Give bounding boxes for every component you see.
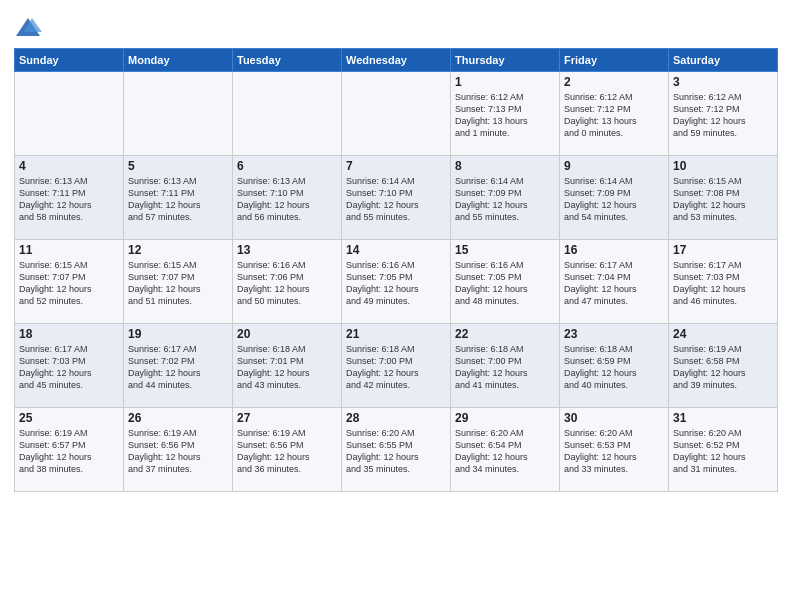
header-day: Friday [560, 49, 669, 72]
calendar-cell: 23Sunrise: 6:18 AM Sunset: 6:59 PM Dayli… [560, 324, 669, 408]
calendar-cell [233, 72, 342, 156]
calendar-table: SundayMondayTuesdayWednesdayThursdayFrid… [14, 48, 778, 492]
header-day: Sunday [15, 49, 124, 72]
day-number: 19 [128, 327, 228, 341]
calendar-week-row: 25Sunrise: 6:19 AM Sunset: 6:57 PM Dayli… [15, 408, 778, 492]
day-number: 11 [19, 243, 119, 257]
cell-content: Sunrise: 6:13 AM Sunset: 7:11 PM Dayligh… [128, 175, 228, 224]
calendar-cell: 1Sunrise: 6:12 AM Sunset: 7:13 PM Daylig… [451, 72, 560, 156]
calendar-cell: 28Sunrise: 6:20 AM Sunset: 6:55 PM Dayli… [342, 408, 451, 492]
calendar-cell: 10Sunrise: 6:15 AM Sunset: 7:08 PM Dayli… [669, 156, 778, 240]
day-number: 12 [128, 243, 228, 257]
cell-content: Sunrise: 6:15 AM Sunset: 7:07 PM Dayligh… [19, 259, 119, 308]
calendar-cell: 21Sunrise: 6:18 AM Sunset: 7:00 PM Dayli… [342, 324, 451, 408]
cell-content: Sunrise: 6:16 AM Sunset: 7:06 PM Dayligh… [237, 259, 337, 308]
day-number: 21 [346, 327, 446, 341]
calendar-cell: 29Sunrise: 6:20 AM Sunset: 6:54 PM Dayli… [451, 408, 560, 492]
calendar-cell: 3Sunrise: 6:12 AM Sunset: 7:12 PM Daylig… [669, 72, 778, 156]
day-number: 9 [564, 159, 664, 173]
calendar-cell: 30Sunrise: 6:20 AM Sunset: 6:53 PM Dayli… [560, 408, 669, 492]
day-number: 24 [673, 327, 773, 341]
calendar-cell: 9Sunrise: 6:14 AM Sunset: 7:09 PM Daylig… [560, 156, 669, 240]
cell-content: Sunrise: 6:16 AM Sunset: 7:05 PM Dayligh… [346, 259, 446, 308]
cell-content: Sunrise: 6:20 AM Sunset: 6:55 PM Dayligh… [346, 427, 446, 476]
day-number: 18 [19, 327, 119, 341]
calendar-cell: 19Sunrise: 6:17 AM Sunset: 7:02 PM Dayli… [124, 324, 233, 408]
logo [14, 14, 46, 42]
day-number: 10 [673, 159, 773, 173]
cell-content: Sunrise: 6:18 AM Sunset: 6:59 PM Dayligh… [564, 343, 664, 392]
calendar-cell: 26Sunrise: 6:19 AM Sunset: 6:56 PM Dayli… [124, 408, 233, 492]
day-number: 23 [564, 327, 664, 341]
header-day: Tuesday [233, 49, 342, 72]
header-day: Thursday [451, 49, 560, 72]
calendar-header: SundayMondayTuesdayWednesdayThursdayFrid… [15, 49, 778, 72]
calendar-body: 1Sunrise: 6:12 AM Sunset: 7:13 PM Daylig… [15, 72, 778, 492]
header [14, 10, 778, 42]
calendar-cell [15, 72, 124, 156]
day-number: 3 [673, 75, 773, 89]
cell-content: Sunrise: 6:19 AM Sunset: 6:57 PM Dayligh… [19, 427, 119, 476]
calendar-week-row: 1Sunrise: 6:12 AM Sunset: 7:13 PM Daylig… [15, 72, 778, 156]
calendar-cell: 31Sunrise: 6:20 AM Sunset: 6:52 PM Dayli… [669, 408, 778, 492]
cell-content: Sunrise: 6:15 AM Sunset: 7:07 PM Dayligh… [128, 259, 228, 308]
header-day: Monday [124, 49, 233, 72]
cell-content: Sunrise: 6:12 AM Sunset: 7:12 PM Dayligh… [673, 91, 773, 140]
cell-content: Sunrise: 6:17 AM Sunset: 7:03 PM Dayligh… [19, 343, 119, 392]
calendar-cell [342, 72, 451, 156]
cell-content: Sunrise: 6:16 AM Sunset: 7:05 PM Dayligh… [455, 259, 555, 308]
cell-content: Sunrise: 6:17 AM Sunset: 7:04 PM Dayligh… [564, 259, 664, 308]
calendar-cell: 25Sunrise: 6:19 AM Sunset: 6:57 PM Dayli… [15, 408, 124, 492]
calendar-cell: 24Sunrise: 6:19 AM Sunset: 6:58 PM Dayli… [669, 324, 778, 408]
day-number: 20 [237, 327, 337, 341]
day-number: 27 [237, 411, 337, 425]
day-number: 22 [455, 327, 555, 341]
day-number: 25 [19, 411, 119, 425]
logo-icon [14, 14, 42, 42]
calendar-cell: 17Sunrise: 6:17 AM Sunset: 7:03 PM Dayli… [669, 240, 778, 324]
header-day: Wednesday [342, 49, 451, 72]
cell-content: Sunrise: 6:19 AM Sunset: 6:56 PM Dayligh… [128, 427, 228, 476]
cell-content: Sunrise: 6:12 AM Sunset: 7:12 PM Dayligh… [564, 91, 664, 140]
day-number: 16 [564, 243, 664, 257]
cell-content: Sunrise: 6:19 AM Sunset: 6:58 PM Dayligh… [673, 343, 773, 392]
cell-content: Sunrise: 6:14 AM Sunset: 7:09 PM Dayligh… [455, 175, 555, 224]
day-number: 6 [237, 159, 337, 173]
calendar-cell: 11Sunrise: 6:15 AM Sunset: 7:07 PM Dayli… [15, 240, 124, 324]
calendar-cell: 7Sunrise: 6:14 AM Sunset: 7:10 PM Daylig… [342, 156, 451, 240]
cell-content: Sunrise: 6:17 AM Sunset: 7:02 PM Dayligh… [128, 343, 228, 392]
cell-content: Sunrise: 6:15 AM Sunset: 7:08 PM Dayligh… [673, 175, 773, 224]
day-number: 30 [564, 411, 664, 425]
day-number: 13 [237, 243, 337, 257]
page: SundayMondayTuesdayWednesdayThursdayFrid… [0, 0, 792, 498]
calendar-cell: 15Sunrise: 6:16 AM Sunset: 7:05 PM Dayli… [451, 240, 560, 324]
calendar-cell: 5Sunrise: 6:13 AM Sunset: 7:11 PM Daylig… [124, 156, 233, 240]
calendar-cell: 18Sunrise: 6:17 AM Sunset: 7:03 PM Dayli… [15, 324, 124, 408]
day-number: 4 [19, 159, 119, 173]
cell-content: Sunrise: 6:17 AM Sunset: 7:03 PM Dayligh… [673, 259, 773, 308]
day-number: 29 [455, 411, 555, 425]
day-number: 17 [673, 243, 773, 257]
day-number: 26 [128, 411, 228, 425]
cell-content: Sunrise: 6:13 AM Sunset: 7:10 PM Dayligh… [237, 175, 337, 224]
calendar-cell: 12Sunrise: 6:15 AM Sunset: 7:07 PM Dayli… [124, 240, 233, 324]
cell-content: Sunrise: 6:20 AM Sunset: 6:54 PM Dayligh… [455, 427, 555, 476]
day-number: 31 [673, 411, 773, 425]
calendar-cell: 22Sunrise: 6:18 AM Sunset: 7:00 PM Dayli… [451, 324, 560, 408]
calendar-cell [124, 72, 233, 156]
header-row: SundayMondayTuesdayWednesdayThursdayFrid… [15, 49, 778, 72]
calendar-cell: 4Sunrise: 6:13 AM Sunset: 7:11 PM Daylig… [15, 156, 124, 240]
day-number: 5 [128, 159, 228, 173]
cell-content: Sunrise: 6:14 AM Sunset: 7:09 PM Dayligh… [564, 175, 664, 224]
calendar-cell: 6Sunrise: 6:13 AM Sunset: 7:10 PM Daylig… [233, 156, 342, 240]
calendar-cell: 8Sunrise: 6:14 AM Sunset: 7:09 PM Daylig… [451, 156, 560, 240]
day-number: 7 [346, 159, 446, 173]
calendar-cell: 14Sunrise: 6:16 AM Sunset: 7:05 PM Dayli… [342, 240, 451, 324]
calendar-week-row: 4Sunrise: 6:13 AM Sunset: 7:11 PM Daylig… [15, 156, 778, 240]
day-number: 15 [455, 243, 555, 257]
day-number: 2 [564, 75, 664, 89]
cell-content: Sunrise: 6:19 AM Sunset: 6:56 PM Dayligh… [237, 427, 337, 476]
calendar-cell: 2Sunrise: 6:12 AM Sunset: 7:12 PM Daylig… [560, 72, 669, 156]
cell-content: Sunrise: 6:18 AM Sunset: 7:01 PM Dayligh… [237, 343, 337, 392]
header-day: Saturday [669, 49, 778, 72]
